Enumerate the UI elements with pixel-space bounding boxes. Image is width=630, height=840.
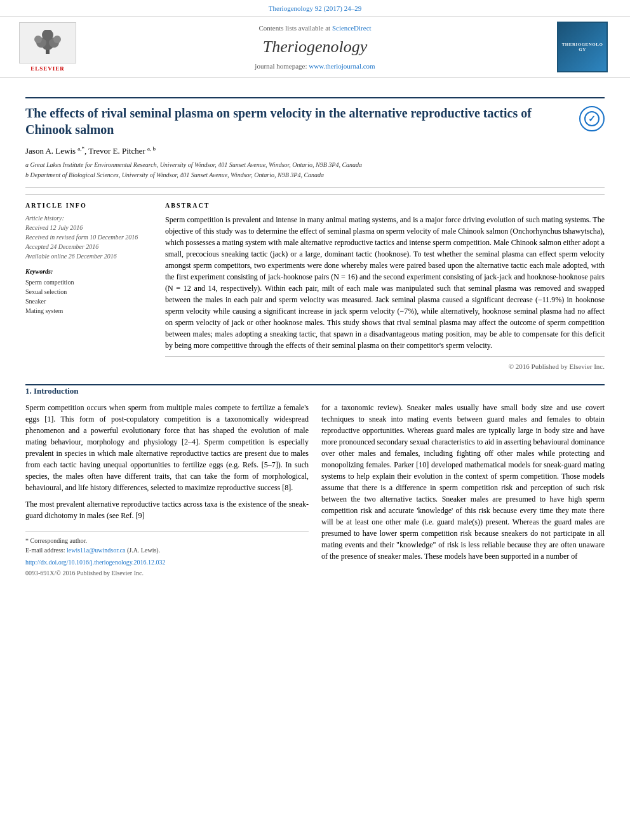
section-title-text: Introduction [34, 386, 79, 396]
affiliations-block: a Great Lakes Institute for Environmenta… [25, 161, 605, 180]
footnote-area: * Corresponding author. E-mail address: … [25, 531, 309, 578]
authors-text: Jason A. Lewis a,*, Trevor E. Pitcher a,… [25, 146, 156, 156]
article-title-row: The effects of rival seminal plasma on s… [25, 105, 605, 138]
svg-point-4 [34, 36, 42, 43]
abstract-label: ABSTRACT [165, 201, 605, 210]
keyword-3: Sneaker [25, 297, 152, 306]
introduction-body: Sperm competition occurs when sperm from… [25, 402, 605, 578]
doi-line: http://dx.doi.org/10.1016/j.theriogenolo… [25, 557, 309, 567]
authors-line: Jason A. Lewis a,*, Trevor E. Pitcher a,… [25, 144, 605, 157]
contents-text: Contents lists available at [258, 24, 330, 32]
intro-para-1: Sperm competition occurs when sperm from… [25, 402, 309, 493]
crossmark-icon: ✓ [584, 111, 600, 126]
theriogenology-badge: THERIOGENOLOGY [557, 22, 608, 72]
available-date: Available online 26 December 2016 [25, 252, 152, 261]
journal-badge-area: THERIOGENOLOGY [547, 22, 617, 72]
homepage-url[interactable]: www.theriojournal.com [309, 62, 375, 70]
contents-available-line: Contents lists available at ScienceDirec… [83, 23, 547, 33]
corresponding-label: * Corresponding author. [25, 537, 87, 544]
journal-header: ELSEVIER Contents lists available at Sci… [0, 16, 630, 78]
svg-point-5 [53, 36, 61, 43]
journal-reference-bar: Theriogenology 92 (2017) 24–29 [0, 0, 630, 16]
article-main: The effects of rival seminal plasma on s… [0, 78, 630, 384]
sciencedirect-link[interactable]: ScienceDirect [332, 24, 372, 32]
intro-col-right: for a taxonomic review). Sneaker males u… [321, 402, 605, 578]
article-info-label: ARTICLE INFO [25, 201, 152, 210]
journal-header-center: Contents lists available at ScienceDirec… [83, 23, 547, 71]
homepage-label: journal homepage: [255, 62, 307, 70]
affiliation-a: a Great Lakes Institute for Environmenta… [25, 161, 605, 170]
copyright-line: © 2016 Published by Elsevier Inc. [165, 356, 605, 371]
keyword-2: Sexual selection [25, 288, 152, 297]
info-abstract-row: ARTICLE INFO Article history: Received 1… [25, 194, 605, 371]
homepage-line: journal homepage: www.theriojournal.com [83, 62, 547, 71]
intro-para-2: The most prevalent alternative reproduct… [25, 498, 309, 521]
article-history-label: Article history: [25, 214, 152, 223]
article-body: 1. Introduction Sperm competition occurs… [0, 385, 630, 590]
elsevier-logo-area: ELSEVIER [13, 22, 83, 73]
email-name: (J.A. Lewis). [127, 547, 160, 554]
elsevier-label: ELSEVIER [30, 65, 65, 73]
elsevier-tree-icon [29, 30, 67, 55]
accepted-date: Accepted 24 December 2016 [25, 243, 152, 251]
rights-line: 0093-691X/© 2016 Published by Elsevier I… [25, 568, 309, 578]
keywords-label: Keywords: [25, 267, 152, 276]
affiliation-b: b Department of Biological Sciences, Uni… [25, 171, 605, 180]
article-title: The effects of rival seminal plasma on s… [25, 105, 579, 138]
received-date: Received 12 July 2016 [25, 223, 152, 232]
crossmark-badge: ✓ [579, 106, 605, 131]
section-number: 1. [25, 386, 32, 396]
email-label: E-mail address: [25, 547, 65, 554]
article-info-column: ARTICLE INFO Article history: Received 1… [25, 201, 152, 371]
journal-ref-text: Theriogenology 92 (2017) 24–29 [269, 4, 361, 12]
abstract-column: ABSTRACT Sperm competition is prevalent … [165, 201, 605, 371]
intro-para-right-1: for a taxonomic review). Sneaker males u… [321, 402, 605, 562]
keyword-4: Mating system [25, 307, 152, 316]
email-link[interactable]: lewis11a@uwindsor.ca [67, 547, 125, 554]
intro-col-left: Sperm competition occurs when sperm from… [25, 402, 309, 578]
title-divider-top [25, 97, 605, 98]
svg-text:✓: ✓ [588, 114, 596, 124]
email-note: E-mail address: lewis11a@uwindsor.ca (J.… [25, 545, 309, 555]
abstract-text: Sperm competition is prevalent and inten… [165, 214, 605, 351]
journal-title: Theriogenology [83, 36, 547, 58]
introduction-title: 1. Introduction [25, 385, 605, 397]
elsevier-logo-box [19, 22, 76, 63]
doi-link[interactable]: http://dx.doi.org/10.1016/j.theriogenolo… [25, 559, 166, 566]
keyword-1: Sperm competition [25, 278, 152, 287]
section-divider [25, 187, 605, 188]
revised-date: Received in revised form 10 December 201… [25, 233, 152, 242]
corresponding-author-note: * Corresponding author. [25, 536, 309, 545]
